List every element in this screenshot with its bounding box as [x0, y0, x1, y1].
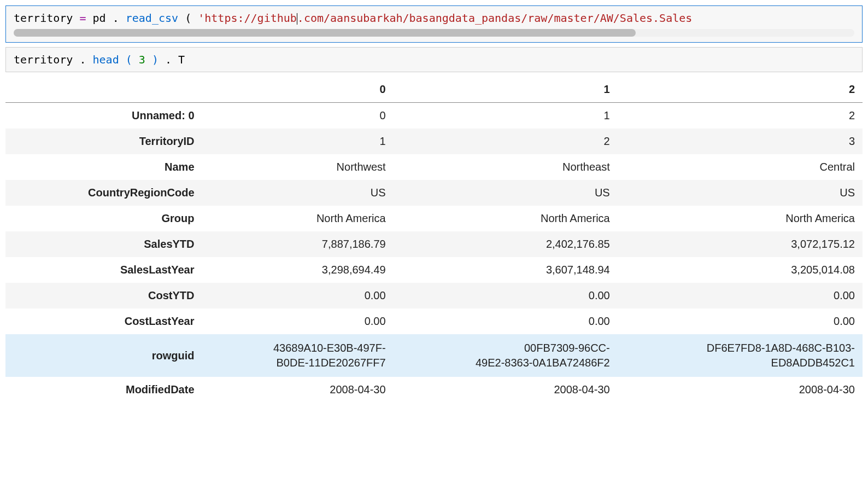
dataframe-cell: Northeast — [394, 154, 618, 180]
code-cell-2[interactable]: territory . head ( 3 ) . T — [5, 47, 863, 72]
code-token: . — [79, 53, 86, 66]
dataframe-cell: 3,072,175.12 — [618, 231, 863, 257]
dataframe-cell: 2,402,176.85 — [394, 231, 618, 257]
dataframe-cell: US — [394, 180, 618, 206]
dataframe-cell: 3 — [618, 129, 863, 154]
code-token: 3 — [139, 53, 145, 66]
code-token: pd — [93, 11, 106, 25]
code-token: ) — [152, 53, 159, 66]
table-row: CostLastYear0.000.000.00 — [5, 308, 863, 334]
dataframe-cell: 3,205,014.08 — [618, 257, 863, 283]
table-row: CostYTD0.000.000.00 — [5, 283, 863, 308]
dataframe-body: Unnamed: 0012TerritoryID123NameNorthwest… — [5, 103, 863, 403]
dataframe-row-label: CostYTD — [5, 283, 202, 308]
code-token: . — [165, 53, 172, 66]
dataframe-row-label: CountryRegionCode — [5, 180, 202, 206]
dataframe-cell: Central — [618, 154, 863, 180]
dataframe-column-header: 2 — [618, 77, 863, 103]
dataframe-column-header: 0 — [202, 77, 394, 103]
dataframe-cell: 1 — [202, 129, 394, 154]
dataframe-corner-cell — [5, 77, 202, 103]
code-cell-1[interactable]: territory = pd . read_csv ( 'https://git… — [5, 5, 863, 43]
dataframe-row-label: SalesLastYear — [5, 257, 202, 283]
dataframe-cell: 7,887,186.79 — [202, 231, 394, 257]
dataframe-cell: 2008-04-30 — [618, 377, 863, 403]
table-row: rowguid43689A10-E30B-497F-B0DE-11DE20267… — [5, 334, 863, 377]
dataframe-cell: 0.00 — [202, 308, 394, 334]
table-row: SalesLastYear3,298,694.493,607,148.943,2… — [5, 257, 863, 283]
dataframe-row-label: Group — [5, 206, 202, 231]
dataframe-cell: US — [202, 180, 394, 206]
table-row: SalesYTD7,887,186.792,402,176.853,072,17… — [5, 231, 863, 257]
table-row: NameNorthwestNortheastCentral — [5, 154, 863, 180]
dataframe-cell: 2 — [618, 103, 863, 129]
code-token: ( — [126, 53, 132, 66]
dataframe-cell: 0.00 — [394, 308, 618, 334]
dataframe-cell: 0.00 — [394, 283, 618, 308]
dataframe-cell: 0.00 — [618, 283, 863, 308]
dataframe-column-header: 1 — [394, 77, 618, 103]
dataframe-row-label: Name — [5, 154, 202, 180]
dataframe-cell: 2008-04-30 — [394, 377, 618, 403]
dataframe-header-row: 012 — [5, 77, 863, 103]
dataframe-cell: 43689A10-E30B-497F-B0DE-11DE20267FF7 — [202, 334, 394, 377]
code-cell-1-content[interactable]: territory = pd . read_csv ( 'https://git… — [14, 11, 854, 25]
code-token: .com/aansubarkah/basangdata_pandas/raw/m… — [297, 11, 692, 25]
horizontal-scrollbar-thumb[interactable] — [14, 29, 636, 37]
code-token: 'https://github — [198, 11, 297, 25]
output-dataframe: 012 Unnamed: 0012TerritoryID123NameNorth… — [5, 77, 863, 403]
dataframe-cell: 2008-04-30 — [202, 377, 394, 403]
code-token: . — [113, 11, 119, 25]
dataframe-cell: 3,298,694.49 — [202, 257, 394, 283]
dataframe-cell: US — [618, 180, 863, 206]
dataframe-cell: Northwest — [202, 154, 394, 180]
dataframe-cell: 00FB7309-96CC-49E2-8363-0A1BA72486F2 — [394, 334, 618, 377]
code-token: head — [93, 53, 119, 66]
code-token: = — [79, 11, 92, 25]
dataframe-row-label: rowguid — [5, 334, 202, 377]
dataframe-cell: 1 — [394, 103, 618, 129]
table-row: Unnamed: 0012 — [5, 103, 863, 129]
code-token: ( — [185, 11, 191, 25]
dataframe-thead: 012 — [5, 77, 863, 103]
dataframe-cell: North America — [202, 206, 394, 231]
code-token: T — [178, 53, 185, 66]
code-cell-2-content[interactable]: territory . head ( 3 ) . T — [14, 53, 854, 66]
dataframe-row-label: Unnamed: 0 — [5, 103, 202, 129]
dataframe-cell: North America — [394, 206, 618, 231]
table-row: GroupNorth AmericaNorth AmericaNorth Ame… — [5, 206, 863, 231]
code-token: read_csv — [126, 11, 178, 25]
code-token: territory — [14, 53, 73, 66]
horizontal-scrollbar-track[interactable] — [14, 29, 854, 37]
dataframe-cell: 0 — [202, 103, 394, 129]
dataframe-row-label: SalesYTD — [5, 231, 202, 257]
table-row: TerritoryID123 — [5, 129, 863, 154]
dataframe-cell: DF6E7FD8-1A8D-468C-B103-ED8ADDB452C1 — [618, 334, 863, 377]
table-row: CountryRegionCodeUSUSUS — [5, 180, 863, 206]
dataframe-cell: 3,607,148.94 — [394, 257, 618, 283]
dataframe-row-label: ModifiedDate — [5, 377, 202, 403]
dataframe-cell: 0.00 — [202, 283, 394, 308]
table-row: ModifiedDate2008-04-302008-04-302008-04-… — [5, 377, 863, 403]
dataframe-table: 012 Unnamed: 0012TerritoryID123NameNorth… — [5, 77, 863, 403]
dataframe-cell: 0.00 — [618, 308, 863, 334]
dataframe-cell: 2 — [394, 129, 618, 154]
dataframe-row-label: CostLastYear — [5, 308, 202, 334]
dataframe-cell: North America — [618, 206, 863, 231]
dataframe-row-label: TerritoryID — [5, 129, 202, 154]
code-token: territory — [14, 11, 73, 25]
